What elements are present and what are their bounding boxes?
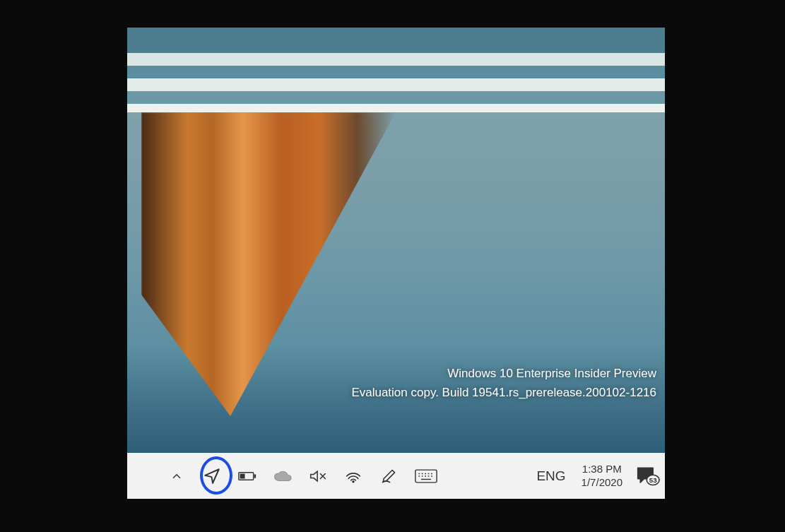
wifi-tray-button[interactable] [343, 466, 363, 486]
chevron-up-icon [170, 470, 183, 483]
onedrive-icon [273, 469, 292, 483]
language-label: ENG [536, 468, 565, 483]
action-center-icon: 53 [636, 466, 660, 487]
svg-rect-2 [240, 473, 245, 478]
onedrive-tray-button[interactable] [273, 466, 293, 486]
desktop-screenshot: Windows 10 Enterprise Insider Preview Ev… [127, 28, 665, 499]
pen-workspace-button[interactable] [379, 466, 399, 486]
touch-keyboard-button[interactable] [414, 466, 438, 486]
watermark-line-1: Windows 10 Enterprise Insider Preview [351, 365, 656, 383]
tray-icons-right: ENG 1:38 PM 1/7/2020 53 [533, 463, 661, 490]
touch-keyboard-icon [415, 468, 437, 484]
show-hidden-icons-button[interactable] [167, 466, 187, 486]
location-icon [203, 467, 221, 485]
svg-point-5 [353, 480, 354, 482]
battery-icon [238, 470, 256, 483]
battery-tray-button[interactable] [237, 466, 257, 486]
clock-date: 1/7/2020 [582, 476, 622, 490]
desktop-wallpaper: Windows 10 Enterprise Insider Preview Ev… [127, 28, 665, 453]
tray-icons-left [167, 466, 438, 486]
taskbar-system-tray: ENG 1:38 PM 1/7/2020 53 [127, 453, 665, 499]
watermark-line-2: Evaluation copy. Build 19541.rs_prerelea… [351, 384, 656, 402]
volume-tray-button[interactable] [308, 466, 328, 486]
wifi-icon [345, 468, 362, 484]
svg-rect-1 [254, 474, 256, 478]
action-center-button[interactable]: 53 [635, 466, 661, 486]
windows-build-watermark: Windows 10 Enterprise Insider Preview Ev… [351, 365, 656, 402]
input-language-button[interactable]: ENG [533, 468, 568, 484]
clock-time: 1:38 PM [582, 463, 622, 476]
action-center-count: 53 [649, 475, 657, 483]
taskbar-clock[interactable]: 1:38 PM 1/7/2020 [579, 463, 625, 490]
pen-workspace-icon [380, 468, 397, 485]
location-tray-button[interactable] [202, 466, 222, 486]
volume-muted-icon [309, 468, 326, 484]
